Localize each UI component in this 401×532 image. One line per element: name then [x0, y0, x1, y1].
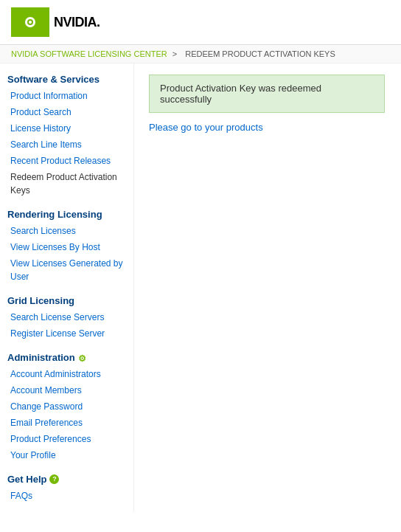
- go-to-products-link[interactable]: Please go to your products: [149, 122, 263, 133]
- breadcrumb: NVIDIA SOFTWARE LICENSING CENTER > REDEE…: [0, 45, 401, 63]
- sidebar-item-search-licenses[interactable]: Search Licenses: [7, 223, 133, 239]
- nvidia-logo-icon: [17, 12, 43, 32]
- sidebar-section-grid: Grid Licensing: [7, 295, 133, 306]
- content-area: Product Activation Key was redeemed succ…: [134, 63, 401, 511]
- sidebar-item-faqs[interactable]: FAQs: [7, 488, 133, 504]
- brand-text: NVIDIA.: [54, 15, 100, 30]
- sidebar-item-view-licenses-by-host[interactable]: View Licenses By Host: [7, 239, 133, 255]
- sidebar-item-email-preferences[interactable]: Email Preferences: [7, 415, 133, 431]
- sidebar-item-product-preferences[interactable]: Product Preferences: [7, 431, 133, 447]
- main-layout: Software & Services Product Information …: [0, 63, 401, 511]
- sidebar-item-license-history[interactable]: License History: [7, 120, 133, 137]
- sidebar-item-redeem-keys[interactable]: Redeem Product Activation Keys: [7, 169, 133, 198]
- sidebar: Software & Services Product Information …: [0, 63, 134, 511]
- sidebar-item-view-licenses-by-user[interactable]: View Licenses Generated by User: [7, 255, 133, 285]
- header: NVIDIA.: [0, 0, 401, 45]
- sidebar-item-product-search[interactable]: Product Search: [7, 104, 133, 120]
- help-icon: ?: [49, 474, 59, 484]
- sidebar-section-rendering: Rendering Licensing: [7, 209, 133, 220]
- sidebar-section-admin: Administration ⚙: [7, 352, 133, 363]
- sidebar-item-search-line-items[interactable]: Search Line Items: [7, 137, 133, 153]
- gear-icon: ⚙: [78, 353, 87, 362]
- sidebar-item-recent-product-releases[interactable]: Recent Product Releases: [7, 153, 133, 169]
- sidebar-item-account-members[interactable]: Account Members: [7, 382, 133, 398]
- success-message-box: Product Activation Key was redeemed succ…: [149, 75, 385, 113]
- success-message-text: Product Activation Key was redeemed succ…: [160, 83, 321, 105]
- breadcrumb-home-link[interactable]: NVIDIA SOFTWARE LICENSING CENTER: [11, 49, 167, 58]
- sidebar-section-help: Get Help ?: [7, 474, 133, 485]
- nvidia-logo-box: [11, 7, 49, 37]
- sidebar-item-search-license-servers[interactable]: Search License Servers: [7, 309, 133, 325]
- sidebar-item-register-license-server[interactable]: Register License Server: [7, 325, 133, 342]
- sidebar-item-product-information[interactable]: Product Information: [7, 88, 133, 104]
- sidebar-section-software: Software & Services: [7, 74, 133, 85]
- svg-point-3: [29, 21, 32, 24]
- breadcrumb-current: REDEEM PRODUCT ACTIVATION KEYS: [185, 49, 335, 58]
- sidebar-item-account-admins[interactable]: Account Administrators: [7, 366, 133, 382]
- sidebar-item-change-password[interactable]: Change Password: [7, 398, 133, 415]
- breadcrumb-separator: >: [172, 49, 177, 58]
- sidebar-item-your-profile[interactable]: Your Profile: [7, 447, 133, 463]
